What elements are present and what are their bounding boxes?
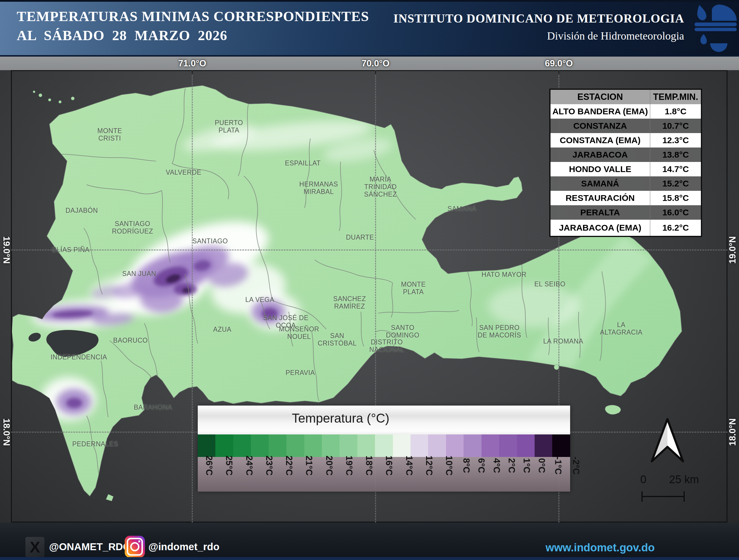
station-name: RESTAURACIÓN: [566, 193, 634, 203]
province-label: SANTIAGO RODRÍGUEZ: [112, 220, 153, 235]
table-row: RESTAURACIÓN15.8°C: [551, 191, 701, 205]
legend-tick-label: 26°C: [198, 457, 218, 492]
legend-color-swatch: [552, 434, 570, 457]
x-logo-icon[interactable]: X: [25, 537, 44, 557]
province-label: EL SEIBO: [534, 280, 566, 288]
table-row: CONSTANZA10.7°C: [551, 119, 701, 133]
province-label: LA ROMANA: [543, 337, 583, 345]
footer-accent-line: [0, 557, 739, 560]
legend-color-swatch: [535, 434, 552, 457]
station-temp: 1.8°C: [665, 107, 687, 116]
province-label: LA VEGA: [245, 296, 275, 303]
website-link[interactable]: www.indomet.gov.do: [546, 542, 655, 554]
station-name: PERALTA: [580, 207, 620, 218]
gridline-longitude: [192, 70, 193, 523]
province-label: MONTE CRISTI: [97, 127, 122, 142]
north-arrow-icon: [647, 416, 690, 465]
province-label: PEDERNALES: [72, 440, 118, 448]
legend-tick-label: 19°C: [338, 457, 358, 492]
latitude-label-left: 19.0°N: [1, 236, 12, 264]
legend-tick-label: 21°C: [298, 457, 317, 492]
legend-color-swatch: [251, 434, 269, 457]
scale-zero: 0: [640, 473, 646, 486]
gridline-latitude: [11, 250, 727, 251]
meteorology-logo-icon: [693, 2, 739, 58]
latitude-label-right: 19.0°N: [727, 236, 738, 264]
latitude-label-left: 18.0°N: [1, 418, 12, 446]
legend-tick-label: 6°C: [472, 457, 487, 492]
station-name: JARABACOA (EMA): [559, 223, 641, 233]
legend-color-swatch: [215, 434, 233, 457]
province-label: SAN PEDRO DE MACORÍS: [478, 324, 521, 339]
province-label: PUERTO PLATA: [215, 119, 243, 134]
province-label: HATO MAYOR: [481, 271, 527, 278]
legend-tick-label: 14°C: [398, 457, 418, 492]
legend-color-swatch: [375, 434, 393, 457]
legend-color-swatch: [322, 434, 339, 457]
province-label: HERMANAS MIRABAL: [299, 180, 338, 195]
legend-color-swatch: [339, 434, 357, 457]
station-temp: 10.7°C: [662, 121, 689, 131]
station-column-header: ESTACION: [551, 90, 650, 104]
scale-max: 25 km: [669, 473, 699, 486]
legend-tick-label: 18°C: [358, 457, 378, 492]
legend-tick-label: 8°C: [458, 457, 472, 492]
legend-color-swatch: [411, 434, 428, 457]
province-label: SAN JOSÉ DE OCOA: [263, 314, 309, 329]
province-label: LA ALTAGRACIA: [600, 321, 642, 336]
station-name: CONSTANZA (EMA): [560, 135, 640, 145]
longitude-label-top: 70.0°O: [362, 58, 390, 69]
legend-color-swatch: [428, 434, 446, 457]
station-temp: 16.2°C: [662, 223, 689, 233]
station-name: SAMANÁ: [581, 179, 619, 188]
table-row: JARABACOA (EMA)16.2°C: [551, 220, 701, 236]
station-temp: 12.3°C: [662, 135, 689, 145]
province-label: PERAVIA: [286, 369, 315, 377]
twitter-handle[interactable]: @ONAMET_RDO: [49, 541, 131, 553]
legend-tick-label: 10°C: [438, 457, 458, 492]
province-label: AZUA: [213, 325, 231, 333]
temp-column-header: TEMP.MIN.: [650, 90, 701, 104]
latitude-label-right: 18.0°N: [727, 418, 738, 446]
legend-tick-label: 25°C: [218, 457, 238, 492]
table-row: SAMANÁ15.2°C: [551, 176, 701, 191]
footer: X @ONAMET_RDO @indomet_rdo www.indomet.g…: [0, 523, 739, 560]
instagram-icon[interactable]: [125, 536, 145, 558]
legend-tick-label: -2°C: [566, 457, 584, 492]
legend-colorbar: [198, 434, 570, 457]
station-temp: 16.0°C: [662, 207, 689, 218]
station-name: HONDO VALLE: [569, 164, 631, 174]
station-temperature-table: ESTACION TEMP.MIN. ALTO BANDERA (EMA)1.8…: [549, 89, 702, 237]
province-label: BAORUCO: [113, 336, 148, 344]
province-label: SANTIAGO: [192, 237, 228, 245]
table-header-row: ESTACION TEMP.MIN.: [551, 90, 701, 104]
legend-color-swatch: [499, 434, 517, 457]
legend-tick-label: 23°C: [258, 457, 278, 492]
legend-color-swatch: [481, 434, 499, 457]
station-name: JARABACOA: [572, 150, 628, 160]
station-name: CONSTANZA: [573, 121, 627, 131]
province-label: VALVERDE: [166, 169, 201, 176]
province-label: DISTRITO NACIONAL: [369, 338, 405, 353]
station-name: ALTO BANDERA (EMA): [552, 107, 648, 116]
instagram-handle[interactable]: @indomet_rdo: [148, 541, 219, 553]
scale-bar: 0 25 km: [638, 473, 696, 502]
province-label: SAN JUAN: [122, 270, 156, 277]
province-label: MONTE PLATA: [401, 281, 426, 296]
legend-tick-label: -1°C: [548, 457, 566, 492]
legend-tick-label: 20°C: [318, 457, 338, 492]
legend-tick-label: 4°C: [488, 457, 503, 492]
page-title: TEMPERATURAS MINIMAS CORRESPONDIENTESAL …: [17, 7, 369, 45]
legend-color-swatch: [198, 434, 215, 457]
table-row: CONSTANZA (EMA)12.3°C: [551, 133, 701, 147]
table-row: ALTO BANDERA (EMA)1.8°C: [551, 104, 701, 119]
province-label: SANCHEZ RAMÍREZ: [333, 295, 366, 310]
province-label: SAN CRISTÓBAL: [318, 332, 357, 347]
province-label: SANTO DOMINGO: [386, 324, 419, 339]
province-label: DAJABÓN: [65, 207, 98, 214]
province-label: MARÍA TRINIDAD SÁNCHEZ: [364, 175, 397, 198]
legend-tick-label: 2°C: [503, 457, 518, 492]
station-temp: 14.7°C: [662, 164, 689, 174]
legend-color-swatch: [233, 434, 251, 457]
longitude-label-top: 69.0°O: [545, 58, 573, 69]
